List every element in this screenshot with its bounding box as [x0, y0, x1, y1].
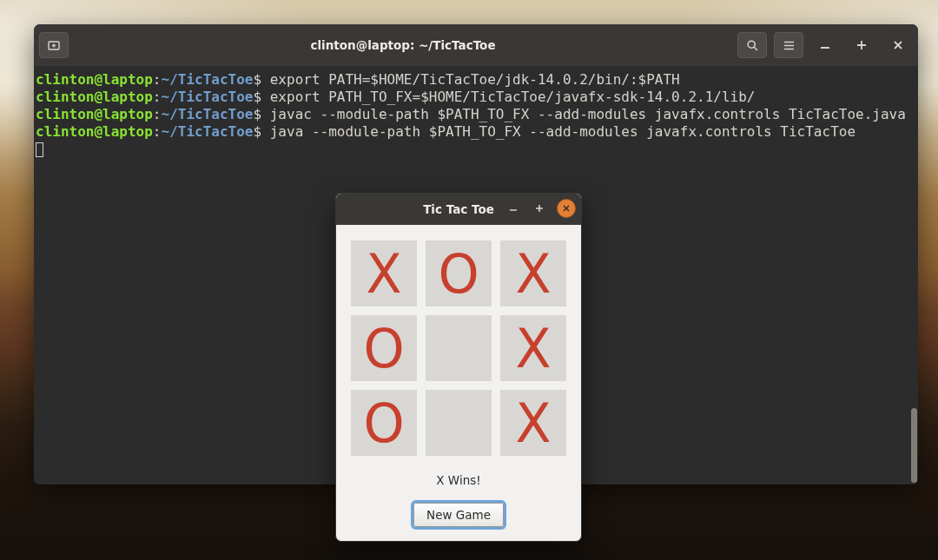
cell-1[interactable]: O — [426, 240, 492, 306]
search-icon — [746, 39, 759, 52]
tictactoe-body: X O X O X O X X Wins! New Game — [336, 225, 581, 541]
terminal-titlebar[interactable]: clinton@laptop: ~/TicTacToe — [34, 24, 918, 66]
ttt-minimize-button[interactable] — [505, 200, 522, 217]
prompt-path: ~/TicTacToe — [162, 106, 254, 122]
cell-mark: O — [363, 321, 404, 376]
new-tab-icon — [47, 38, 61, 52]
cell-3[interactable]: O — [351, 315, 417, 381]
terminal-scrollbar[interactable] — [910, 66, 918, 484]
prompt-symbol: $ — [253, 123, 269, 140]
prompt-sep: : — [153, 89, 162, 105]
terminal-cursor — [36, 142, 43, 157]
cell-2[interactable]: X — [500, 240, 566, 306]
close-icon — [893, 40, 903, 50]
prompt-path: ~/TicTacToe — [162, 123, 254, 140]
prompt-symbol: $ — [253, 106, 269, 122]
minimize-icon — [509, 204, 518, 213]
cell-6[interactable]: O — [351, 390, 417, 456]
cell-mark: X — [515, 396, 551, 451]
cell-7[interactable] — [426, 390, 492, 456]
prompt-symbol: $ — [253, 89, 269, 105]
maximize-button[interactable] — [847, 32, 876, 58]
prompt-sep: : — [153, 71, 162, 88]
command-text: javac --module-path $PATH_TO_FX --add-mo… — [270, 106, 906, 122]
terminal-title: clinton@laptop: ~/TicTacToe — [76, 38, 730, 52]
close-button[interactable] — [883, 32, 913, 58]
new-tab-button[interactable] — [39, 32, 69, 58]
minimize-icon — [820, 40, 830, 50]
menu-button[interactable] — [774, 32, 803, 58]
cell-0[interactable]: X — [351, 240, 417, 306]
prompt-user: clinton@laptop — [36, 106, 153, 122]
cell-mark: O — [438, 247, 479, 301]
svg-line-4 — [754, 47, 757, 50]
cell-mark: X — [515, 247, 551, 301]
prompt-user: clinton@laptop — [36, 89, 153, 105]
prompt-user: clinton@laptop — [36, 71, 153, 88]
game-status-label: X Wins! — [436, 473, 480, 487]
scrollbar-thumb[interactable] — [911, 408, 917, 483]
command-text: java --module-path $PATH_TO_FX --add-mod… — [270, 123, 855, 140]
tictactoe-title: Tic Tac Toe — [423, 202, 494, 216]
hamburger-icon — [783, 39, 796, 52]
maximize-icon — [535, 204, 544, 213]
ttt-close-button[interactable] — [557, 199, 576, 218]
tictactoe-window: Tic Tac Toe X O — [335, 193, 582, 542]
cell-8[interactable]: X — [500, 390, 566, 456]
search-button[interactable] — [737, 32, 767, 58]
tictactoe-grid: X O X O X O X — [351, 240, 566, 456]
close-icon — [562, 204, 571, 213]
prompt-symbol: $ — [253, 71, 269, 88]
cell-mark: X — [515, 321, 551, 376]
cell-4[interactable] — [426, 315, 492, 381]
minimize-button[interactable] — [810, 32, 840, 58]
prompt-path: ~/TicTacToe — [162, 71, 254, 88]
new-game-button[interactable]: New Game — [413, 503, 504, 527]
prompt-sep: : — [153, 106, 162, 122]
prompt-user: clinton@laptop — [36, 123, 153, 140]
maximize-icon — [856, 40, 867, 50]
tictactoe-titlebar[interactable]: Tic Tac Toe — [336, 194, 581, 225]
command-text: export PATH_TO_FX=$HOME/TicTacToe/javafx… — [270, 89, 756, 105]
command-text: export PATH=$HOME/TicTacToe/jdk-14.0.2/b… — [270, 71, 680, 88]
cell-5[interactable]: X — [500, 315, 566, 381]
cell-mark: O — [363, 396, 404, 451]
prompt-sep: : — [153, 123, 162, 140]
cell-mark: X — [366, 247, 401, 301]
prompt-path: ~/TicTacToe — [162, 89, 254, 105]
svg-point-3 — [748, 41, 755, 48]
ttt-maximize-button[interactable] — [531, 200, 548, 217]
